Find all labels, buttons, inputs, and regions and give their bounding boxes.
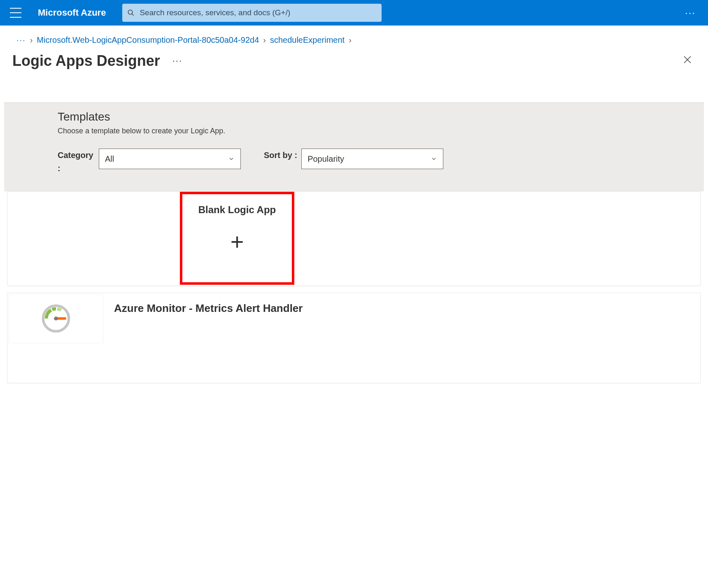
chevron-down-icon <box>431 156 437 162</box>
category-value: All <box>105 154 114 164</box>
svg-line-1 <box>132 14 134 16</box>
category-label: Category : <box>58 149 95 175</box>
category-select[interactable]: All <box>99 149 241 169</box>
top-bar: Microsoft Azure ··· <box>0 0 708 26</box>
gauge-icon <box>40 302 72 335</box>
template-title: Azure Monitor - Metrics Alert Handler <box>114 293 303 315</box>
hamburger-menu-button[interactable] <box>10 8 21 18</box>
breadcrumb-link-deployment[interactable]: Microsoft.Web-LogicAppConsumption-Portal… <box>37 35 259 45</box>
search-icon <box>127 9 135 16</box>
blank-logic-app-title: Blank Logic App <box>198 204 276 216</box>
templates-heading: Templates <box>58 110 650 123</box>
template-card-azure-monitor[interactable]: Azure Monitor - Metrics Alert Handler <box>7 293 701 383</box>
close-icon <box>682 55 692 65</box>
title-more-button[interactable]: ··· <box>172 56 182 66</box>
breadcrumb-link-resource[interactable]: scheduleExperiment <box>270 35 345 45</box>
templates-header: Templates Choose a template below to cre… <box>4 103 704 191</box>
breadcrumb: ··· › Microsoft.Web-LogicAppConsumption-… <box>0 26 708 48</box>
chevron-right-icon: › <box>263 35 266 45</box>
template-card-blank-logic-app[interactable]: Blank Logic App + <box>7 191 701 286</box>
plus-icon: + <box>231 230 244 253</box>
svg-point-0 <box>128 10 133 14</box>
sort-select[interactable]: Popularity <box>301 149 443 169</box>
page-title: Logic Apps Designer <box>12 52 160 70</box>
sort-label: Sort by : <box>264 149 297 162</box>
highlight-annotation: Blank Logic App + <box>180 192 294 285</box>
global-search[interactable] <box>122 4 382 22</box>
templates-subheading: Choose a template below to create your L… <box>58 127 650 135</box>
template-icon-wrap <box>9 294 103 343</box>
chevron-right-icon: › <box>349 35 352 45</box>
chevron-right-icon: › <box>30 35 33 45</box>
title-row: Logic Apps Designer ··· <box>0 48 708 82</box>
close-blade-button[interactable] <box>679 53 696 69</box>
sort-value: Popularity <box>307 154 344 164</box>
brand-label: Microsoft Azure <box>38 7 106 18</box>
topbar-more-button[interactable]: ··· <box>681 7 700 19</box>
chevron-down-icon <box>228 156 235 162</box>
search-input[interactable] <box>140 8 377 17</box>
templates-scroll-pane[interactable]: Templates Choose a template below to cre… <box>4 103 704 399</box>
svg-point-6 <box>54 316 58 320</box>
breadcrumb-overflow[interactable]: ··· <box>16 35 26 45</box>
